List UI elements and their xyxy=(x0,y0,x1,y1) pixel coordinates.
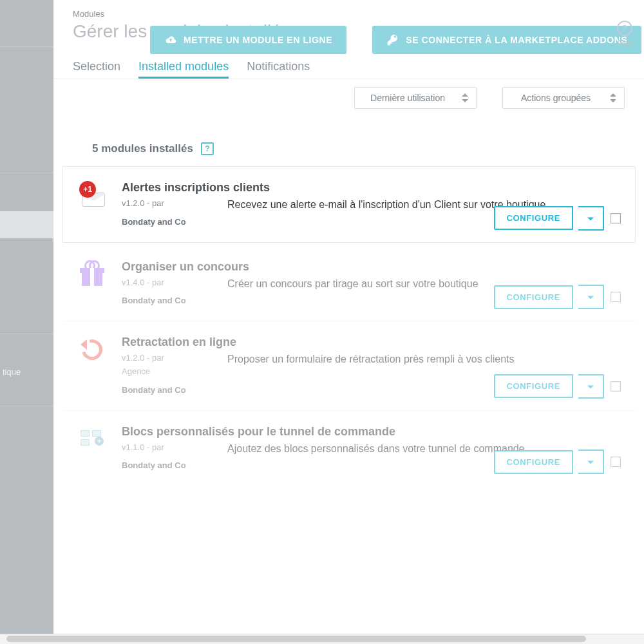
module-icon-blocks: + xyxy=(77,425,108,456)
module-card: +1 Alertes inscriptions clients v1.2.0 -… xyxy=(62,167,635,242)
configure-button[interactable]: CONFIGURE xyxy=(494,374,573,398)
sort-dropdown-label: Dernière utilisation xyxy=(370,93,445,103)
configure-button[interactable]: CONFIGURE xyxy=(494,206,573,230)
module-checkbox[interactable] xyxy=(611,381,621,392)
module-icon-retract xyxy=(77,336,108,366)
bulk-actions-label: Actions groupées xyxy=(521,93,591,103)
module-version: v1.1.0 - par xyxy=(122,441,205,455)
connect-marketplace-button[interactable]: SE CONNECTER À LA MARKETPLACE ADDONS xyxy=(372,26,641,54)
module-card: + Blocs personnalisés pour le tunnel de … xyxy=(62,411,635,486)
module-list: +1 Alertes inscriptions clients v1.2.0 -… xyxy=(53,167,644,486)
module-author: Bondaty and Co xyxy=(122,294,205,308)
module-checkbox[interactable] xyxy=(611,292,621,302)
connect-marketplace-label: SE CONNECTER À LA MARKETPLACE ADDONS xyxy=(406,35,627,45)
module-version: v1.4.0 - par xyxy=(122,276,205,290)
configure-dropdown-button[interactable] xyxy=(578,374,604,399)
breadcrumb: Modules xyxy=(53,0,644,19)
main-content: Modules Gérer les modules installés METT… xyxy=(53,0,644,644)
module-version: v1.2.0 - par xyxy=(122,352,205,365)
module-icon-gift xyxy=(77,260,108,291)
help-button[interactable]: ? Aide xyxy=(617,21,632,48)
configure-dropdown-button[interactable] xyxy=(578,450,604,474)
module-author: Bondaty and Co xyxy=(122,459,205,473)
module-icon-alert: +1 xyxy=(77,181,108,212)
configure-dropdown-button[interactable] xyxy=(578,285,604,309)
sort-dropdown[interactable]: Dernière utilisation xyxy=(354,87,477,109)
upload-module-button[interactable]: METTRE UN MODULE EN LIGNE xyxy=(150,26,346,54)
module-checkbox[interactable] xyxy=(611,213,621,223)
tab-installed-modules[interactable]: Installed modules xyxy=(138,60,229,79)
module-version: v1.2.0 - par xyxy=(122,197,205,211)
module-title: Blocs personnalisés pour le tunnel de co… xyxy=(122,425,621,439)
module-title: Retractation en ligne xyxy=(122,336,621,349)
key-icon xyxy=(386,33,399,46)
sidebar: tique xyxy=(0,0,53,644)
module-description: Proposer un formulaire de rétractation p… xyxy=(227,352,621,367)
module-title: Organiser un concours xyxy=(122,260,621,274)
module-card: Organiser un concours v1.4.0 - par Bonda… xyxy=(62,246,635,322)
module-count-label: 5 modules installés xyxy=(92,142,193,155)
tab-selection[interactable]: Selection xyxy=(73,60,120,79)
upload-module-label: METTRE UN MODULE EN LIGNE xyxy=(184,35,332,45)
tab-notifications[interactable]: Notifications xyxy=(247,60,310,79)
help-icon: ? xyxy=(617,21,632,36)
configure-dropdown-button[interactable] xyxy=(578,206,604,231)
bulk-actions-dropdown[interactable]: Actions groupées xyxy=(502,87,625,109)
configure-button[interactable]: CONFIGURE xyxy=(494,450,573,474)
sort-icon xyxy=(462,93,468,102)
configure-button[interactable]: CONFIGURE xyxy=(494,285,573,309)
module-author: Bondaty and Co xyxy=(122,384,205,397)
help-hint-icon[interactable]: ? xyxy=(201,142,214,155)
sort-icon xyxy=(610,93,616,102)
module-count: 5 modules installés ? xyxy=(53,109,644,167)
module-checkbox[interactable] xyxy=(611,457,621,467)
module-card: Retractation en ligne v1.2.0 - par Agenc… xyxy=(62,321,635,410)
sidebar-item-label[interactable]: tique xyxy=(3,367,21,377)
horizontal-scrollbar[interactable] xyxy=(0,634,644,644)
cloud-upload-icon xyxy=(164,33,177,46)
module-title: Alertes inscriptions clients xyxy=(122,181,621,194)
module-author-line1: Agence xyxy=(122,365,205,379)
help-label: Aide xyxy=(617,39,632,48)
scrollbar-thumb[interactable] xyxy=(6,636,586,642)
module-author: Bondaty and Co xyxy=(122,216,205,229)
